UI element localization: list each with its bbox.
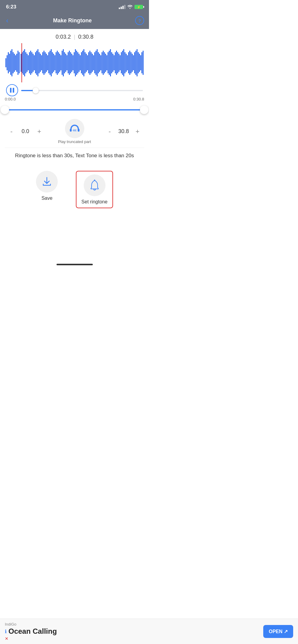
svg-rect-7 [13, 52, 14, 73]
svg-rect-46 [60, 55, 61, 70]
status-icons: ⚡ [119, 5, 143, 10]
svg-rect-66 [85, 52, 86, 73]
svg-rect-20 [29, 52, 30, 73]
right-minus-button[interactable]: - [105, 128, 114, 135]
range-track[interactable] [5, 109, 144, 110]
svg-rect-113 [141, 52, 142, 73]
svg-rect-89 [112, 54, 113, 72]
svg-rect-21 [30, 51, 31, 75]
svg-rect-91 [115, 52, 116, 73]
range-slider-section[interactable] [5, 103, 144, 118]
save-button-item[interactable]: Save [36, 171, 58, 208]
svg-rect-22 [31, 52, 32, 73]
left-plus-button[interactable]: + [35, 128, 44, 135]
svg-rect-34 [46, 54, 47, 72]
svg-rect-30 [41, 55, 42, 70]
svg-rect-74 [94, 52, 95, 73]
svg-rect-41 [54, 55, 55, 70]
range-thumb-right[interactable] [140, 106, 148, 114]
svg-rect-10 [16, 54, 17, 72]
left-value: 0.0 [19, 128, 31, 135]
svg-rect-17 [25, 52, 26, 73]
svg-rect-6 [11, 49, 12, 76]
svg-rect-79 [100, 55, 101, 70]
time-display: 0:03.2 | 0:30.8 [5, 34, 144, 40]
range-thumb-left[interactable] [1, 106, 9, 114]
play-truncated-button[interactable] [65, 119, 84, 138]
svg-rect-5 [10, 51, 11, 75]
svg-rect-98 [123, 49, 124, 76]
main-content: 0:03.2 | 0:30.8 // This will be rendered… [0, 29, 149, 261]
set-ringtone-button-item[interactable]: Set ringtone [76, 171, 113, 208]
svg-rect-117 [13, 88, 14, 93]
left-minus-button[interactable]: - [7, 128, 16, 135]
nav-bar: ‹ Make Ringtone ? [0, 13, 149, 29]
svg-rect-60 [77, 52, 78, 73]
status-bar: 6:23 ⚡ [0, 0, 149, 13]
svg-rect-54 [70, 52, 71, 73]
waveform[interactable]: // This will be rendered as SVG paths in… [5, 43, 144, 82]
svg-rect-90 [114, 55, 115, 70]
svg-rect-73 [93, 55, 94, 70]
svg-rect-95 [120, 55, 121, 70]
svg-rect-88 [111, 52, 112, 73]
svg-rect-107 [134, 52, 135, 73]
svg-rect-116 [10, 88, 11, 93]
svg-rect-84 [106, 55, 107, 70]
svg-rect-86 [109, 51, 110, 75]
svg-rect-23 [33, 54, 34, 72]
svg-rect-24 [34, 55, 35, 70]
svg-rect-67 [86, 54, 87, 72]
svg-rect-36 [48, 52, 49, 73]
home-bar [57, 264, 93, 265]
current-time: 0:03.2 [56, 34, 71, 40]
progress-thumb[interactable] [33, 88, 39, 94]
ringtone-icon-circle [84, 174, 105, 196]
svg-rect-111 [139, 54, 140, 72]
play-truncated-label: Play truncated part [58, 139, 91, 144]
right-value: 30.8 [118, 128, 130, 135]
svg-rect-102 [128, 52, 129, 73]
help-button[interactable]: ? [135, 16, 144, 25]
svg-rect-29 [40, 54, 41, 72]
pause-button[interactable] [6, 84, 18, 96]
page-title: Make Ringtone [53, 18, 92, 24]
svg-rect-72 [92, 54, 93, 72]
svg-rect-62 [80, 55, 81, 70]
svg-rect-56 [73, 55, 73, 70]
signal-icon [119, 5, 125, 9]
right-plus-button[interactable]: + [133, 128, 142, 135]
svg-rect-70 [89, 51, 90, 75]
svg-rect-69 [88, 52, 89, 73]
back-button[interactable]: ‹ [5, 15, 10, 26]
svg-rect-101 [127, 55, 128, 70]
svg-rect-18 [27, 54, 28, 72]
progress-bar[interactable] [21, 90, 143, 91]
playback-section [5, 84, 144, 96]
svg-rect-82 [104, 52, 105, 73]
svg-rect-76 [97, 49, 98, 76]
svg-rect-11 [18, 51, 18, 75]
svg-rect-93 [117, 52, 118, 73]
battery-icon: ⚡ [134, 5, 143, 9]
info-text: Ringtone is less than 30s, Text Tone is … [5, 148, 144, 164]
svg-rect-85 [108, 52, 109, 73]
svg-rect-44 [58, 52, 59, 73]
svg-rect-37 [50, 51, 50, 75]
svg-rect-26 [36, 51, 37, 75]
svg-rect-1 [5, 58, 6, 67]
play-truncated-wrapper: Play truncated part [58, 119, 91, 144]
svg-rect-9 [15, 55, 16, 70]
start-time-label: 0:00.0 [5, 97, 16, 101]
svg-rect-19 [28, 55, 29, 70]
svg-rect-49 [64, 52, 65, 73]
right-value-control: - 30.8 + [105, 128, 142, 135]
svg-rect-61 [79, 54, 79, 72]
svg-point-124 [94, 180, 95, 181]
svg-rect-118 [70, 129, 72, 132]
svg-rect-57 [74, 52, 75, 73]
svg-rect-42 [56, 52, 57, 73]
svg-rect-68 [87, 55, 88, 70]
set-ringtone-label: Set ringtone [81, 199, 107, 205]
svg-rect-13 [21, 54, 21, 72]
